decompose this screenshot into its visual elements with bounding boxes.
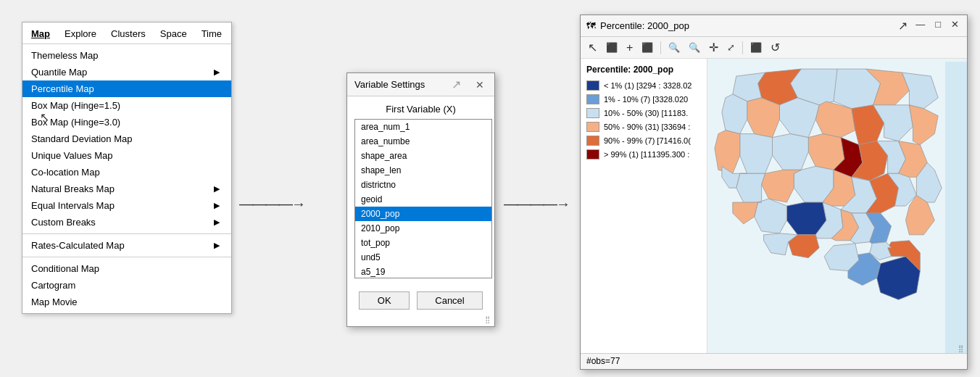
menu-clusters[interactable]: Clusters	[108, 27, 149, 41]
legend-color-1	[586, 94, 599, 104]
list-item-area-numbe[interactable]: area_numbe	[355, 134, 491, 149]
toolbar-zoomin-button[interactable]: 🔍	[665, 41, 683, 54]
menu-item-custom[interactable]: Custom Breaks ▶	[22, 214, 231, 231]
map-legend: Percentile: 2000_pop < 1% (1) [3294 : 33…	[581, 59, 707, 368]
submenu-arrow-rates: ▶	[199, 241, 220, 250]
menu-item-equal[interactable]: Equal Intervals Map ▶	[22, 197, 231, 214]
legend-color-5	[586, 149, 599, 160]
chicago-map[interactable]	[707, 59, 967, 368]
arrow-menu-to-dialog: ————→	[239, 196, 304, 212]
map-window: 🗺 Percentile: 2000_pop ↗ — □ ✕ ↖ ⬛ + ⬛ 🔍…	[580, 14, 968, 370]
list-item-2000pop[interactable]: 2000_pop	[355, 207, 491, 221]
list-item-und5[interactable]: und5	[355, 250, 491, 265]
map-toolbar: ↖ ⬛ + ⬛ 🔍 🔍 ✛ ⤢ ⬛ ↺	[581, 37, 967, 59]
legend-color-0	[586, 80, 599, 91]
menu-bar-header: Map Explore Clusters Space Time	[22, 25, 231, 44]
dialog-body: First Variable (X) area_num_1 area_numbe…	[347, 96, 494, 286]
menu-map[interactable]: Map	[28, 27, 53, 41]
svg-marker-27	[736, 173, 765, 202]
menu-item-rates[interactable]: Rates-Calculated Map ▶	[22, 237, 231, 254]
svg-marker-19	[740, 134, 773, 174]
legend-item-4: 90% - 99% (7) [71416.0(	[586, 136, 701, 146]
list-item-2010pop[interactable]: 2010_pop	[355, 221, 491, 236]
menu-item-natural[interactable]: Natural Breaks Map ▶	[22, 181, 231, 197]
menu-item-themeless[interactable]: Themeless Map	[22, 47, 231, 64]
legend-label-3: 50% - 90% (31) [33694 :	[604, 123, 690, 131]
menu-separator-2	[22, 257, 231, 257]
arrow-dialog-to-map: ————→	[504, 196, 569, 212]
legend-item-5: > 99% (1) [111395.300 :	[586, 149, 701, 160]
dialog-close-button[interactable]: ✕	[473, 79, 487, 91]
submenu-arrow-custom: ▶	[199, 218, 220, 227]
map-status-bar: #obs=77	[581, 353, 967, 369]
obs-count: #obs=77	[586, 356, 620, 366]
menu-item-cartogram[interactable]: Cartogram	[22, 277, 231, 294]
toolbar-sep-1	[660, 41, 661, 54]
toolbar-select-button[interactable]: ↖	[585, 39, 600, 56]
menu-dropdown: Map Explore Clusters Space Time Themeles…	[22, 22, 232, 314]
svg-marker-12	[722, 94, 747, 134]
menu-item-mapmovie[interactable]: Map Movie	[22, 294, 231, 310]
list-item-shape-area[interactable]: shape_area	[355, 149, 491, 163]
legend-item-2: 10% - 50% (30) [11183.	[586, 108, 701, 118]
menu-item-box15[interactable]: Box Map (Hinge=1.5)	[22, 97, 231, 114]
cursor-arrow-icon: ↖	[40, 110, 49, 124]
variable-listbox[interactable]: area_num_1 area_numbe shape_area shape_l…	[354, 119, 492, 278]
legend-item-1: 1% - 10% (7) [3328.020	[586, 94, 701, 104]
close-button[interactable]: ✕	[949, 19, 961, 33]
menu-space[interactable]: Space	[157, 27, 190, 41]
list-item-districtno[interactable]: districtno	[355, 178, 491, 192]
variable-section-label: First Variable (X)	[354, 104, 487, 115]
svg-rect-45	[945, 62, 967, 365]
map-title-text: 🗺 Percentile: 2000_pop	[586, 20, 689, 31]
toolbar-refresh-button[interactable]: ↺	[768, 39, 783, 56]
dialog-title-text: Variable Settings	[354, 79, 425, 90]
menu-item-colocation[interactable]: Co-location Map	[22, 164, 231, 181]
legend-label-5: > 99% (1) [111395.300 :	[604, 150, 689, 159]
svg-marker-11	[747, 98, 780, 138]
menu-item-stddev[interactable]: Standard Deviation Map	[22, 130, 231, 147]
maximize-button[interactable]: □	[933, 19, 943, 33]
submenu-arrow-natural: ▶	[199, 184, 220, 194]
list-item-tot-pop[interactable]: tot_pop	[355, 236, 491, 250]
map-window-controls: ↗ — □ ✕	[898, 19, 961, 33]
toolbar-select2-button[interactable]: ⬛	[603, 41, 620, 54]
toolbar-layers-button[interactable]: ⬛	[639, 41, 656, 54]
ok-button[interactable]: OK	[359, 291, 410, 310]
map-title-label: Percentile: 2000_pop	[600, 20, 689, 31]
svg-marker-10	[779, 98, 819, 138]
menu-separator-1	[22, 233, 231, 234]
menu-item-quantile[interactable]: Quantile Map ▶	[22, 64, 231, 80]
legend-item-3: 50% - 90% (31) [33694 :	[586, 122, 701, 132]
toolbar-add-button[interactable]: +	[623, 40, 636, 56]
toolbar-select3-button[interactable]: ⬛	[747, 41, 765, 54]
resize-handle[interactable]: ⣿	[958, 344, 967, 353]
map-icon: 🗺	[586, 20, 596, 31]
minimize-button[interactable]: —	[913, 19, 927, 33]
cursor-in-dialog: ↗	[452, 78, 461, 91]
dialog-buttons-area: OK Cancel	[347, 286, 494, 315]
menu-item-box30[interactable]: Box Map (Hinge=3.0)	[22, 114, 231, 130]
list-item-geoid[interactable]: geoid	[355, 192, 491, 207]
toolbar-pan-button[interactable]: ✛	[706, 39, 721, 56]
menu-explore[interactable]: Explore	[62, 27, 99, 41]
toolbar-zoomout-button[interactable]: 🔍	[686, 41, 703, 54]
legend-label-2: 10% - 50% (30) [11183.	[604, 109, 688, 117]
cancel-button[interactable]: Cancel	[417, 291, 482, 310]
svg-marker-18	[773, 134, 809, 170]
toolbar-fit-button[interactable]: ⤢	[724, 41, 738, 54]
menu-time[interactable]: Time	[199, 27, 225, 41]
list-item-shape-len[interactable]: shape_len	[355, 163, 491, 178]
list-item-a5-19[interactable]: a5_19	[355, 265, 491, 278]
list-item-area-num1[interactable]: area_num_1	[355, 120, 491, 134]
resize-dots: ⣿	[347, 315, 494, 326]
legend-label-1: 1% - 10% (7) [3328.020	[604, 95, 688, 104]
legend-label-4: 90% - 99% (7) [71416.0(	[604, 136, 691, 145]
legend-title: Percentile: 2000_pop	[586, 65, 701, 75]
legend-item-0: < 1% (1) [3294 : 3328.02	[586, 80, 701, 91]
submenu-arrow-equal: ▶	[199, 201, 220, 210]
menu-item-conditional[interactable]: Conditional Map	[22, 260, 231, 277]
menu-item-percentile[interactable]: Percentile Map	[22, 80, 231, 97]
legend-color-2	[586, 108, 599, 118]
menu-item-unique[interactable]: Unique Values Map	[22, 147, 231, 164]
